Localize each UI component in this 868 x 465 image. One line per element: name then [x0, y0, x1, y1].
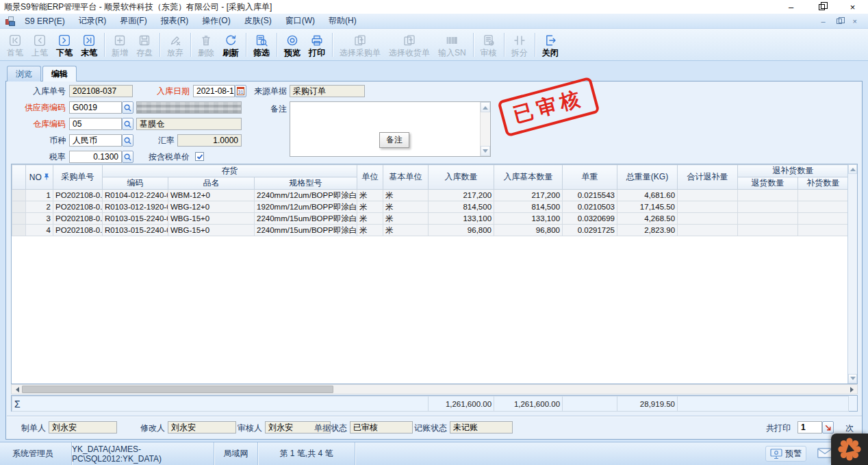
toolbar-next-button[interactable]: 下笔 [52, 30, 77, 60]
header-base-unit[interactable]: 基本单位 [383, 165, 429, 190]
table-row[interactable]: 4 PO202108-0... R0103-015-2240-00 WBG-15… [12, 225, 848, 236]
toolbar-select-po-button[interactable]: 选择采购单 [335, 30, 385, 60]
toolbar-preview-button[interactable]: 预览 [280, 30, 305, 60]
supplier-code-field[interactable]: G0019 [69, 101, 122, 114]
menu-item-operation[interactable]: 操作(O) [195, 14, 237, 28]
menu-item-help[interactable]: 帮助(H) [322, 14, 363, 28]
table-row[interactable]: 2 PO202108-0... R0103-012-1920-00 WBG-12… [12, 201, 848, 213]
toolbar-separator [473, 33, 474, 57]
remark-textarea[interactable] [290, 101, 491, 157]
row-selector[interactable] [12, 190, 26, 201]
cell-base-unit: 米 [383, 225, 429, 236]
header-total-adjust[interactable]: 合计退补量 [678, 165, 738, 190]
tax-lookup-button[interactable] [122, 151, 133, 163]
header-qty[interactable]: 入库数量 [429, 165, 494, 190]
cell-unit: 米 [357, 190, 383, 201]
date-field[interactable]: 2021-08-19 [193, 85, 235, 97]
tax-field[interactable]: 0.1300 [69, 151, 122, 163]
toolbar-split-button[interactable]: 拆分 [507, 30, 532, 60]
supplier-name-field-redacted [136, 101, 242, 114]
warehouse-lookup-button[interactable] [122, 118, 133, 130]
toolbar-save-button[interactable]: 存盘 [132, 30, 157, 60]
toolbar-last-button[interactable]: 末笔 [77, 30, 101, 60]
supplier-label: 供应商编码 [11, 101, 66, 114]
header-unit-weight[interactable]: 单重 [563, 165, 617, 190]
menu-item-report[interactable]: 报表(R) [154, 14, 196, 28]
warehouse-code-field[interactable]: 05 [69, 118, 122, 130]
supplier-lookup-button[interactable] [122, 101, 133, 114]
toolbar-close-button[interactable]: 关闭 [538, 30, 563, 60]
toolbar-input-sn-button[interactable]: 输入SN [434, 30, 470, 60]
grid-horizontal-scrollbar[interactable] [11, 384, 858, 394]
header-replenish-qty[interactable]: 补货数量 [798, 177, 847, 190]
header-selector[interactable] [12, 165, 26, 190]
recorder-overlay-button[interactable] [831, 433, 868, 465]
minimize-button[interactable]: – [776, 0, 806, 14]
toolbar-separator [159, 33, 160, 57]
menu-item-s9erp[interactable]: S9 ERP(E) [18, 14, 72, 28]
menu-item-skin[interactable]: 皮肤(S) [238, 14, 279, 28]
menu-item-interface[interactable]: 界面(F) [113, 14, 153, 28]
currency-lookup-button[interactable] [122, 134, 133, 147]
new-doc-icon [113, 33, 127, 48]
scroll-right-button[interactable] [847, 385, 857, 394]
menu-item-record[interactable]: 记录(R) [72, 14, 114, 28]
mdi-restore-button[interactable] [837, 18, 842, 24]
toolbar-print-button[interactable]: 打印 [305, 30, 329, 60]
cell-name: WBG-12+0 [168, 201, 255, 213]
alert-button[interactable]: 预警 [765, 446, 806, 462]
toolbar-select-receipt-button[interactable]: 选择收货单 [385, 30, 434, 60]
header-po[interactable]: 采购单号 [53, 165, 103, 190]
toolbar-first-button[interactable]: 首笔 [3, 30, 27, 60]
currency-field[interactable]: 人民币 [69, 134, 122, 147]
print-unit-label: 次 [840, 422, 854, 434]
header-inventory-group[interactable]: 存货 [103, 165, 357, 177]
mdi-close-button[interactable]: × [853, 17, 857, 25]
minimize-icon: – [789, 2, 793, 12]
row-selector[interactable] [12, 201, 26, 213]
print-count-input[interactable]: 1 [797, 421, 822, 433]
toolbar-discard-button[interactable]: 放弃 [163, 30, 188, 60]
row-selector[interactable] [12, 225, 26, 236]
header-return-qty[interactable]: 退货数量 [738, 177, 798, 190]
rate-label: 汇率 [136, 134, 175, 147]
close-button[interactable]: × [837, 0, 868, 14]
footer-divider [7, 416, 862, 416]
header-spec[interactable]: 规格型号 [255, 177, 357, 190]
toolbar-new-button[interactable]: 新增 [107, 30, 132, 60]
cell-total-adjust [678, 190, 738, 201]
scroll-down-button[interactable] [481, 146, 490, 156]
mail-button[interactable] [817, 448, 832, 460]
scroll-left-button[interactable] [12, 385, 22, 394]
restore-button[interactable] [806, 0, 837, 14]
scrollbar-thumb[interactable] [22, 386, 333, 393]
tab-edit[interactable]: 编辑 [42, 66, 77, 81]
toolbar-audit-button[interactable]: 审核 [476, 30, 501, 60]
remark-scrollbar[interactable] [480, 102, 490, 156]
toolbar-filter-button[interactable]: 筛选 [249, 30, 274, 60]
toolbar-delete-button[interactable]: 删除 [194, 30, 218, 60]
row-selector[interactable] [12, 213, 26, 225]
mdi-minimize-button[interactable]: – [821, 17, 825, 25]
header-code[interactable]: 编码 [103, 177, 168, 190]
header-name[interactable]: 品名 [168, 177, 255, 190]
scroll-down-button[interactable] [848, 374, 857, 384]
scroll-up-button[interactable] [848, 164, 857, 174]
scroll-up-button[interactable] [481, 102, 490, 112]
header-total-weight[interactable]: 总重量(KG) [617, 165, 678, 190]
table-row[interactable]: 3 PO202108-0... R0103-015-2240-00 WBG-15… [12, 213, 848, 225]
header-base-qty[interactable]: 入库基本数量 [494, 165, 563, 190]
grid-vertical-scrollbar[interactable] [847, 164, 857, 384]
print-count-dropdown-button[interactable] [822, 421, 834, 433]
tab-browse[interactable]: 浏览 [7, 66, 41, 81]
cell-qty: 96,800 [429, 225, 494, 236]
edit-panel: 入库单号 202108-037 入库日期 2021-08-19 31 来源单据 … [5, 81, 863, 440]
toolbar-refresh-button[interactable]: 刷新 [218, 30, 243, 60]
table-row[interactable]: 1 PO202108-0... R0104-012-2240-00 WBM-12… [12, 190, 848, 201]
header-adjust-group[interactable]: 退补货数量 [738, 165, 847, 177]
header-no[interactable]: NO [26, 165, 53, 190]
tax-incl-checkbox[interactable] [195, 152, 204, 161]
toolbar-prev-button[interactable]: 上笔 [27, 30, 52, 60]
menu-item-window[interactable]: 窗口(W) [279, 14, 322, 28]
header-unit[interactable]: 单位 [357, 165, 383, 190]
